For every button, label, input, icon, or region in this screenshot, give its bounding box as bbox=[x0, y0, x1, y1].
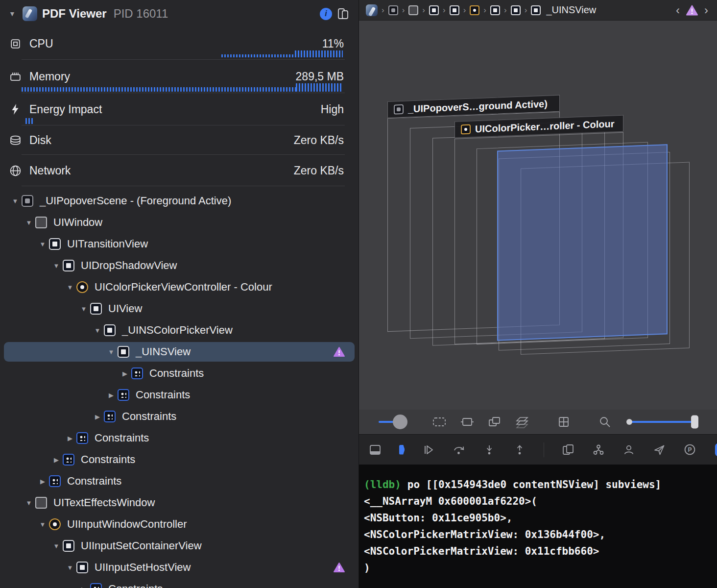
stacked-planes-icon[interactable] bbox=[515, 416, 529, 428]
chevron-right-icon[interactable]: ▶ bbox=[119, 370, 131, 377]
gauge-label: Network bbox=[29, 164, 71, 177]
tree-row-uidropshadowview[interactable]: ▼ UIDropShadowView bbox=[0, 255, 358, 276]
gauge-memory[interactable]: Memory 289,5 MB bbox=[0, 60, 358, 93]
runtime-warning-icon[interactable] bbox=[334, 563, 345, 573]
spacing-slider[interactable] bbox=[628, 421, 696, 423]
view-controller-icon[interactable] bbox=[470, 5, 479, 15]
chevron-down-icon[interactable]: ▼ bbox=[50, 542, 63, 550]
constraints-icon bbox=[131, 368, 143, 379]
tree-item-label: UIInputSetHostView bbox=[95, 561, 191, 574]
debug-navigator: ▼ PDF Viewer PID 16011 i CPU 11% bbox=[0, 0, 359, 588]
tree-row-colorpicker-controller[interactable]: ▼ UIColorPickerViewController - Colour bbox=[0, 276, 358, 298]
debug-pane-toggle-icon[interactable] bbox=[715, 443, 717, 456]
view-icon[interactable] bbox=[511, 5, 521, 15]
gauge-energy[interactable]: Energy Impact High bbox=[0, 93, 358, 125]
breadcrumb-separator: › bbox=[442, 5, 446, 15]
tree-row-constraints[interactable]: ▶ Constraints bbox=[0, 406, 358, 427]
orientation-slider-knob[interactable] bbox=[393, 415, 407, 429]
lldb-prompt: (lldb) bbox=[364, 479, 401, 490]
tree-row-constraints[interactable]: ▶ Constraints bbox=[0, 578, 358, 588]
chevron-down-icon[interactable]: ▼ bbox=[64, 284, 76, 291]
gauge-disk[interactable]: Disk Zero KB/s bbox=[0, 125, 358, 155]
simulate-location-icon[interactable] bbox=[653, 443, 666, 456]
gauge-network[interactable]: Network Zero KB/s bbox=[0, 155, 358, 186]
zoom-icon[interactable] bbox=[598, 416, 611, 428]
tree-row-uiinputsetcontainerview[interactable]: ▼ UIInputSetContainerView bbox=[0, 535, 358, 557]
chevron-down-icon[interactable]: ▼ bbox=[36, 521, 49, 528]
chevron-down-icon[interactable]: ▼ bbox=[23, 499, 35, 507]
memory-graph-icon[interactable] bbox=[592, 443, 605, 456]
forward-chevron-icon[interactable]: › bbox=[701, 4, 711, 16]
tree-row-uiinputsethostview[interactable]: ▼ UIInputSetHostView bbox=[0, 557, 358, 578]
debug-view-hierarchy-icon[interactable] bbox=[562, 443, 574, 456]
view-icon[interactable] bbox=[490, 5, 500, 15]
runtime-warning-icon[interactable] bbox=[334, 347, 345, 357]
chevron-right-icon[interactable]: ▶ bbox=[64, 435, 76, 442]
chevron-down-icon[interactable]: ▼ bbox=[64, 564, 76, 571]
app-icon[interactable] bbox=[366, 4, 378, 16]
continue-icon[interactable] bbox=[422, 443, 435, 456]
show-layers-icon[interactable] bbox=[488, 416, 502, 428]
tree-row-constraints[interactable]: ▶ Constraints bbox=[0, 470, 358, 492]
spacing-slider-knob[interactable] bbox=[691, 416, 698, 429]
tree-row-constraints[interactable]: ▶ Constraints bbox=[0, 449, 358, 470]
view-icon[interactable] bbox=[450, 5, 459, 15]
tree-row-constraints[interactable]: ▶ Constraints bbox=[0, 384, 358, 406]
tree-row-uiwindow[interactable]: ▼ UIWindow bbox=[0, 212, 358, 233]
tree-item-label: UITextEffectsWindow bbox=[53, 496, 155, 509]
scene-icon[interactable] bbox=[388, 5, 398, 15]
selected-view-highlight[interactable] bbox=[497, 144, 668, 341]
tree-row-uitransitionview[interactable]: ▼ UITransitionView bbox=[0, 233, 358, 255]
spacing-slider-min-knob[interactable] bbox=[626, 419, 632, 425]
chevron-right-icon[interactable]: ▶ bbox=[105, 392, 118, 399]
jump-bar-warning-icon[interactable] bbox=[686, 5, 698, 16]
view-controller-icon bbox=[461, 124, 471, 135]
info-icon[interactable]: i bbox=[320, 8, 332, 20]
profile-icon[interactable]: P bbox=[683, 443, 696, 456]
show-constraints-icon[interactable] bbox=[557, 416, 570, 428]
chevron-right-icon[interactable]: ▶ bbox=[50, 456, 63, 464]
devices-icon[interactable] bbox=[337, 7, 350, 20]
chevron-right-icon[interactable]: ▶ bbox=[91, 413, 104, 420]
gauge-cpu[interactable]: CPU 11% bbox=[0, 27, 358, 60]
chevron-right-icon[interactable]: ▶ bbox=[77, 586, 90, 588]
tree-row-constraints[interactable]: ▶ Constraints bbox=[0, 427, 358, 449]
gauge-value: 11% bbox=[322, 37, 344, 50]
tree-row-popover-scene[interactable]: ▼ _UIPopoverScene - (Foreground Active) bbox=[0, 190, 358, 212]
cpu-sparkline bbox=[221, 50, 343, 57]
tree-row-uiinputwindowcontroller[interactable]: ▼ UIInputWindowController bbox=[0, 514, 358, 535]
lldb-console[interactable]: (lldb)po [[0x154943de0 contentNSView] su… bbox=[359, 465, 717, 588]
show-clipped-content-icon[interactable] bbox=[432, 416, 447, 428]
show-alignment-rects-icon[interactable] bbox=[460, 416, 474, 428]
chevron-down-icon[interactable]: ▼ bbox=[91, 327, 104, 334]
chevron-down-icon[interactable]: ▼ bbox=[50, 262, 63, 270]
view-icon[interactable] bbox=[531, 5, 541, 15]
tree-row-constraints[interactable]: ▶ Constraints bbox=[0, 363, 358, 384]
chevron-down-icon[interactable]: ▼ bbox=[36, 241, 49, 248]
chevron-down-icon[interactable]: ▼ bbox=[105, 348, 118, 356]
hide-debug-area-icon[interactable] bbox=[369, 443, 382, 456]
tree-row-uinscolorpickerview[interactable]: ▼ _UINSColorPickerView bbox=[0, 319, 358, 341]
environment-overrides-icon[interactable] bbox=[622, 443, 635, 456]
breadcrumb-current[interactable]: _UINSView bbox=[546, 4, 596, 16]
process-row[interactable]: ▼ PDF Viewer PID 16011 i bbox=[0, 0, 358, 27]
view-icon[interactable] bbox=[429, 5, 439, 15]
step-out-icon[interactable] bbox=[513, 443, 526, 456]
tree-row-uinsview-selected[interactable]: ▼ _UINSView bbox=[0, 341, 358, 363]
chevron-down-icon[interactable]: ▼ bbox=[9, 197, 22, 205]
step-over-icon[interactable] bbox=[453, 443, 465, 456]
chevron-down-icon[interactable]: ▼ bbox=[7, 10, 18, 18]
console-output-line: <__NSArrayM 0x600001af6220>( bbox=[364, 493, 712, 510]
chevron-down-icon[interactable]: ▼ bbox=[23, 219, 35, 226]
disk-icon bbox=[8, 134, 23, 147]
window-icon[interactable] bbox=[408, 5, 418, 15]
tree-row-uitexteffectswindow[interactable]: ▼ UITextEffectsWindow bbox=[0, 492, 358, 514]
tree-row-uiview[interactable]: ▼ UIView bbox=[0, 298, 358, 319]
breakpoints-toggle-icon[interactable] bbox=[399, 445, 405, 455]
orientation-slider[interactable] bbox=[379, 415, 407, 429]
view-hierarchy-canvas[interactable]: _UIPopoverS…ground Active) UIColorPicker… bbox=[359, 21, 717, 434]
step-into-icon[interactable] bbox=[483, 443, 496, 456]
back-chevron-icon[interactable]: ‹ bbox=[673, 4, 683, 16]
chevron-right-icon[interactable]: ▶ bbox=[36, 478, 49, 485]
chevron-down-icon[interactable]: ▼ bbox=[77, 305, 90, 313]
